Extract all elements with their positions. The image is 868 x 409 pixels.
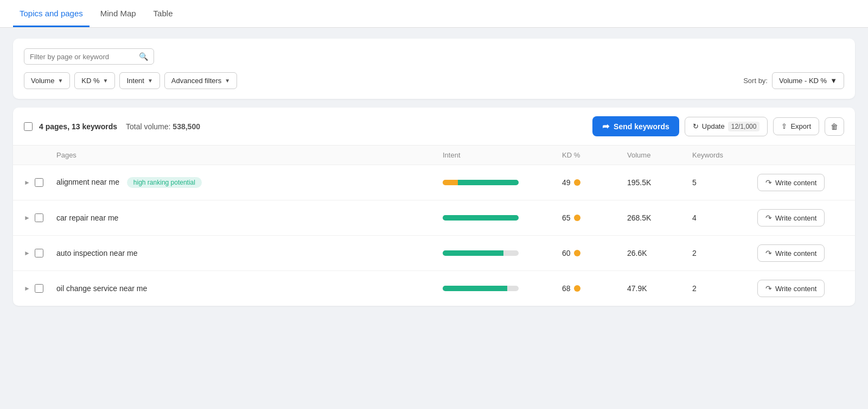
kd-dot-2 [574, 250, 580, 256]
intent-cell-2 [443, 250, 562, 256]
total-volume-label: Total volume: [126, 122, 170, 131]
results-info: 4 pages, 13 keywords Total volume: 538,5… [24, 122, 200, 131]
write-content-label-2: Write content [775, 249, 816, 257]
sort-value: Volume - KD % [779, 77, 827, 85]
kd-value-0: 49 [562, 178, 571, 187]
keywords-cell-2: 2 [692, 249, 757, 257]
search-input[interactable] [30, 53, 137, 61]
volume-filter-btn[interactable]: Volume ▼ [24, 72, 70, 89]
volume-cell-2: 26.6K [627, 249, 692, 257]
intent-segment-green-1 [443, 215, 519, 221]
expand-icon[interactable]: ► [24, 179, 30, 186]
pages-keywords-count: 4 pages, 13 keywords [39, 122, 117, 131]
sort-select[interactable]: Volume - KD % ▼ [772, 72, 844, 89]
filter-row-search: 🔍 [24, 48, 844, 65]
intent-segment-local [443, 180, 458, 185]
intent-bar-0 [443, 180, 519, 185]
results-count: 4 pages, 13 keywords [39, 122, 117, 131]
intent-cell-3 [443, 286, 562, 291]
row-checkbox-0[interactable] [35, 178, 43, 187]
app-container: Topics and pages Mind Map Table 🔍 Volume… [0, 0, 868, 409]
kd-value-1: 65 [562, 213, 571, 222]
row-expand-0: ► [24, 178, 56, 187]
table-row: ► alignment near me high ranking potenti… [13, 165, 855, 200]
advanced-filter-btn[interactable]: Advanced filters ▼ [164, 72, 237, 89]
actions-cell-1: ↷ Write content [757, 209, 844, 226]
keywords-cell-1: 4 [692, 213, 757, 222]
search-icon: 🔍 [139, 52, 148, 61]
row-expand-3: ► [24, 284, 56, 293]
results-panel: 4 pages, 13 keywords Total volume: 538,5… [13, 108, 855, 306]
row-expand-1: ► [24, 213, 56, 222]
expand-icon[interactable]: ► [24, 249, 30, 257]
row-checkbox-3[interactable] [35, 284, 43, 293]
page-name-text-0: alignment near me [56, 178, 119, 186]
intent-bar-2 [443, 250, 519, 256]
kd-filter-btn[interactable]: KD % ▼ [74, 72, 115, 89]
search-input-wrapper[interactable]: 🔍 [24, 48, 154, 65]
intent-bar-3 [443, 286, 519, 291]
intent-segment-green-3 [443, 286, 507, 291]
th-kd: KD % [562, 151, 627, 159]
tab-topics-pages[interactable]: Topics and pages [13, 0, 90, 27]
intent-filter-label: Intent [126, 77, 144, 85]
kd-cell-3: 68 [562, 284, 627, 293]
kd-cell-2: 60 [562, 249, 627, 257]
export-button[interactable]: ⇧ Export [773, 117, 819, 135]
th-pages: Pages [56, 151, 443, 159]
results-actions: ➦ Send keywords ↻ Update 12/1,000 ⇧ Expo… [592, 116, 844, 136]
actions-cell-0: ↷ Write content [757, 174, 844, 191]
row-checkbox-1[interactable] [35, 213, 43, 222]
write-icon: ↷ [765, 213, 772, 222]
write-content-label-1: Write content [775, 214, 816, 222]
page-name-3: oil change service near me [56, 284, 443, 293]
tab-mind-map[interactable]: Mind Map [94, 0, 143, 27]
page-name-text-2: auto inspection near me [56, 249, 137, 257]
kd-cell-0: 49 [562, 178, 627, 187]
send-keywords-button[interactable]: ➦ Send keywords [592, 116, 679, 136]
advanced-filter-label: Advanced filters [171, 77, 222, 85]
row-expand-2: ► [24, 249, 56, 257]
write-content-label-0: Write content [775, 179, 816, 187]
tabs-bar: Topics and pages Mind Map Table [0, 0, 868, 28]
th-volume: Volume [627, 151, 692, 159]
actions-cell-3: ↷ Write content [757, 280, 844, 297]
table-row: ► oil change service near me 68 47.9K 2 [13, 271, 855, 306]
table-row: ► car repair near me 65 268.5K 4 [13, 200, 855, 236]
select-all-checkbox[interactable] [24, 122, 33, 131]
trash-icon: 🗑 [831, 122, 838, 131]
intent-bar-1 [443, 215, 519, 221]
volume-cell-0: 195.5K [627, 178, 692, 187]
chevron-down-icon: ▼ [225, 78, 230, 84]
intent-segment-green-2 [443, 250, 503, 256]
expand-icon[interactable]: ► [24, 285, 30, 292]
th-keywords: Keywords [692, 151, 757, 159]
sort-label: Sort by: [743, 77, 768, 85]
update-button[interactable]: ↻ Update 12/1,000 [685, 117, 768, 136]
delete-button[interactable]: 🗑 [825, 117, 844, 136]
write-content-button-2[interactable]: ↷ Write content [757, 244, 825, 262]
expand-icon[interactable]: ► [24, 214, 30, 222]
row-checkbox-2[interactable] [35, 249, 43, 257]
write-content-label-3: Write content [775, 285, 816, 293]
write-icon: ↷ [765, 284, 772, 293]
kd-value-3: 68 [562, 284, 571, 293]
send-keywords-label: Send keywords [614, 122, 669, 131]
write-content-button-1[interactable]: ↷ Write content [757, 209, 825, 226]
actions-cell-2: ↷ Write content [757, 244, 844, 262]
chevron-down-icon: ▼ [830, 77, 837, 85]
results-header: 4 pages, 13 keywords Total volume: 538,5… [13, 108, 855, 146]
page-name-0: alignment near me high ranking potential [56, 177, 443, 188]
tab-table[interactable]: Table [147, 0, 180, 27]
intent-filter-btn[interactable]: Intent ▼ [119, 72, 159, 89]
write-content-button-0[interactable]: ↷ Write content [757, 174, 825, 191]
write-content-button-3[interactable]: ↷ Write content [757, 280, 825, 297]
update-label: Update [702, 122, 725, 130]
volume-filter-label: Volume [31, 77, 54, 85]
page-name-2: auto inspection near me [56, 249, 443, 257]
send-icon: ➦ [602, 121, 609, 131]
page-name-text-3: oil change service near me [56, 284, 147, 293]
th-actions [757, 151, 844, 159]
export-label: Export [790, 122, 811, 130]
keywords-cell-3: 2 [692, 284, 757, 293]
